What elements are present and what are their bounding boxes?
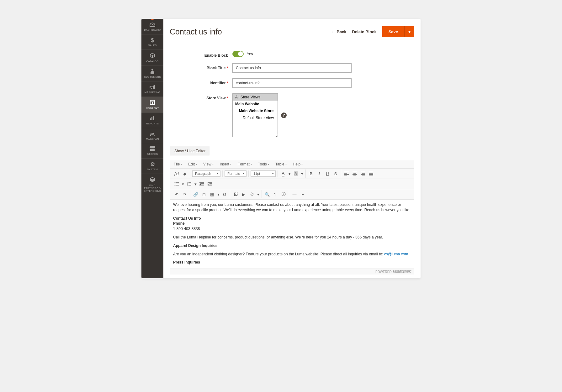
text-color-button[interactable]: A bbox=[279, 170, 287, 178]
editor-toolbar-3: ↶ ↷ 🔗 ◻ ▦ ▾ Ω 🖼 ▶ ⏱ ▾ bbox=[170, 189, 414, 200]
link-button[interactable]: 🔗 bbox=[192, 190, 200, 198]
store-view-option[interactable]: Default Store View bbox=[233, 114, 278, 121]
sidebar-item-stores[interactable]: STORES bbox=[141, 143, 163, 158]
bullet-list-button[interactable] bbox=[172, 180, 181, 188]
sidebar-item-catalog[interactable]: CATALOG bbox=[141, 50, 163, 65]
sidebar-item-label: SYSTEM bbox=[147, 168, 158, 171]
sidebar-item-customers[interactable]: CUSTOMERS bbox=[141, 65, 163, 81]
delete-block-button[interactable]: Delete Block bbox=[352, 29, 377, 34]
strikethrough-button[interactable]: S bbox=[331, 170, 340, 178]
store-view-option[interactable]: All Store Views bbox=[233, 94, 278, 101]
sidebar-item-label: FIND PARTNERS & EXTENSIONS bbox=[142, 184, 163, 192]
block-title-input[interactable] bbox=[232, 63, 352, 73]
editor-statusbar: POWERED BY TINYMCE 108 words bbox=[170, 269, 414, 275]
image-button[interactable]: 🖼 bbox=[231, 190, 240, 198]
toggle-editor-button[interactable]: Show / Hide Editor bbox=[170, 146, 210, 156]
toggle-knob bbox=[238, 51, 243, 56]
outdent-button[interactable] bbox=[198, 180, 206, 188]
hr-button[interactable]: — bbox=[290, 190, 299, 198]
show-characters-button[interactable]: ¶ bbox=[271, 190, 279, 198]
content-apparel-heading: Apparel Design Inquiries bbox=[173, 243, 411, 248]
arrow-left-icon: ← bbox=[331, 29, 335, 34]
row-enable-block: Enable Block Yes bbox=[170, 51, 414, 58]
caret-down-icon[interactable]: ▾ bbox=[193, 180, 198, 188]
caret-down-icon[interactable]: ▾ bbox=[300, 170, 304, 178]
magefan-icon bbox=[150, 131, 155, 137]
align-center-button[interactable] bbox=[351, 170, 359, 178]
editor-content-area[interactable]: We love hearing from you, our Luma custo… bbox=[170, 200, 414, 269]
formats-select[interactable]: Formats bbox=[225, 170, 247, 177]
wysiwyg-editor: File▾ Edit▾ View▾ Insert▾ Format▾ Tools▾… bbox=[170, 160, 414, 275]
menu-file[interactable]: File▾ bbox=[171, 161, 184, 168]
align-justify-button[interactable] bbox=[367, 170, 375, 178]
page-title: Contact us info bbox=[170, 27, 222, 36]
undo-button[interactable]: ↶ bbox=[172, 190, 181, 198]
sidebar-item-label: DASHBOARD bbox=[144, 29, 161, 32]
number-list-button[interactable]: 123 bbox=[185, 180, 193, 188]
widget-icon[interactable]: ◆ bbox=[181, 170, 189, 178]
special-char-button[interactable]: Ω bbox=[220, 190, 229, 198]
menu-help[interactable]: Help▾ bbox=[290, 161, 305, 168]
datetime-button[interactable]: ⏱ bbox=[248, 190, 256, 198]
svg-point-1 bbox=[175, 184, 176, 185]
anchor-button[interactable]: ◻ bbox=[200, 190, 208, 198]
save-button[interactable]: Save bbox=[382, 26, 404, 37]
store-view-select[interactable]: All Store Views Main Website Main Websit… bbox=[232, 93, 278, 137]
help-icon[interactable]: ? bbox=[281, 112, 287, 118]
bg-color-button[interactable]: A bbox=[292, 170, 300, 178]
table-button[interactable]: ▦ bbox=[208, 190, 216, 198]
store-view-option[interactable]: Main Website Store bbox=[233, 107, 278, 114]
sidebar-item-magefan[interactable]: MAGEFAN bbox=[141, 128, 163, 143]
word-count: 108 words bbox=[393, 270, 411, 274]
sidebar-item-reports[interactable]: REPORTS bbox=[141, 112, 163, 128]
block-title-label: Block Title* bbox=[170, 63, 232, 70]
menu-view[interactable]: View▾ bbox=[201, 161, 216, 168]
pagebreak-button[interactable]: ⌐ bbox=[299, 190, 307, 198]
search-replace-button[interactable]: 🔍 bbox=[263, 190, 271, 198]
caret-down-icon[interactable]: ▾ bbox=[216, 190, 220, 198]
menu-insert[interactable]: Insert▾ bbox=[217, 161, 234, 168]
italic-button[interactable]: I bbox=[315, 170, 323, 178]
redo-button[interactable]: ↷ bbox=[181, 190, 189, 198]
enable-block-label: Enable Block bbox=[170, 51, 232, 58]
bold-button[interactable]: B bbox=[307, 170, 315, 178]
paragraph-select[interactable]: Paragraph bbox=[192, 170, 220, 177]
dashboard-icon bbox=[150, 22, 155, 28]
apparel-email-link[interactable]: cs@luma.com bbox=[384, 252, 408, 256]
caret-down-icon[interactable]: ▾ bbox=[287, 170, 292, 178]
menu-table[interactable]: Table▾ bbox=[273, 161, 289, 168]
page-header: Contact us info ← Back Delete Block Save… bbox=[163, 19, 421, 43]
sidebar-item-label: SALES bbox=[148, 44, 156, 47]
content-contact-block: Contact Us Info Phone 1-800-403-8838 bbox=[173, 216, 411, 232]
enable-block-toggle[interactable] bbox=[232, 51, 244, 57]
fontsize-select[interactable]: 11pt bbox=[251, 170, 276, 177]
sidebar-item-sales[interactable]: $ SALES bbox=[141, 34, 163, 50]
menu-format[interactable]: Format▾ bbox=[235, 161, 254, 168]
variable-icon[interactable]: {x} bbox=[172, 170, 181, 178]
sidebar-item-content[interactable]: CONTENT bbox=[141, 97, 163, 112]
sidebar-item-label: REPORTS bbox=[146, 123, 159, 125]
align-left-button[interactable] bbox=[342, 170, 351, 178]
app-frame: DASHBOARD $ SALES CATALOG CUSTOMERS MARK… bbox=[141, 19, 421, 278]
caret-down-icon[interactable]: ▾ bbox=[181, 180, 185, 188]
align-right-button[interactable] bbox=[359, 170, 367, 178]
caret-down-icon[interactable]: ▾ bbox=[256, 190, 260, 198]
underline-button[interactable]: U bbox=[323, 170, 331, 178]
help-button[interactable]: ⓘ bbox=[279, 190, 288, 198]
row-block-title: Block Title* bbox=[170, 63, 414, 73]
save-dropdown-button[interactable]: ▼ bbox=[404, 26, 414, 37]
sidebar-item-partners[interactable]: FIND PARTNERS & EXTENSIONS bbox=[141, 174, 163, 195]
back-button[interactable]: ← Back bbox=[331, 29, 347, 34]
indent-button[interactable] bbox=[206, 180, 214, 188]
media-button[interactable]: ▶ bbox=[240, 190, 248, 198]
menu-edit[interactable]: Edit▾ bbox=[186, 161, 199, 168]
sidebar-item-label: CATALOG bbox=[146, 60, 158, 63]
editor-section: Show / Hide Editor File▾ Edit▾ View▾ Ins… bbox=[163, 146, 421, 278]
svg-point-2 bbox=[175, 185, 176, 186]
sidebar-item-dashboard[interactable]: DASHBOARD bbox=[141, 19, 163, 34]
store-view-option[interactable]: Main Website bbox=[233, 101, 278, 107]
identifier-input[interactable] bbox=[232, 78, 352, 88]
sidebar-item-marketing[interactable]: MARKETING bbox=[141, 81, 163, 97]
menu-tools[interactable]: Tools▾ bbox=[256, 161, 272, 168]
sidebar-item-system[interactable]: ⚙ SYSTEM bbox=[141, 158, 163, 174]
